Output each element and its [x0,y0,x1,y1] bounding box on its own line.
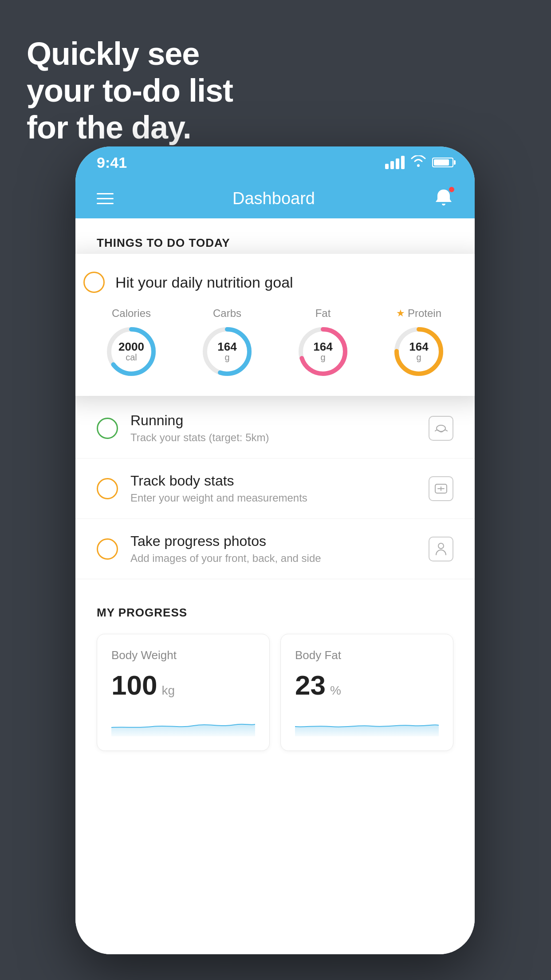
todo-progress-photos[interactable]: Take progress photos Add images of your … [75,519,475,579]
svg-point-8 [437,425,445,431]
nutrition-circles: Calories 2000 cal [83,307,467,378]
hero-line2: your to-do list [27,72,233,109]
nutrition-checkbox[interactable] [83,272,105,293]
nutrition-fat: Fat 164 g [296,307,350,378]
todo-body-stats[interactable]: Track body stats Enter your weight and m… [75,458,475,519]
svg-point-10 [438,543,444,549]
running-checkbox[interactable] [97,418,118,439]
photos-title: Take progress photos [130,533,416,549]
calories-donut: 2000 cal [105,325,158,378]
body-fat-label: Body Fat [295,648,439,662]
body-fat-card[interactable]: Body Fat 23 % [280,634,453,751]
status-bar: 9:41 [75,146,475,178]
notification-button[interactable] [434,188,453,209]
body-stats-subtitle: Enter your weight and measurements [130,492,416,504]
running-icon [429,416,453,441]
header-title: Dashboard [232,189,315,208]
todo-list: Running Track your stats (target: 5km) [75,398,475,579]
hero-line1: Quickly see [27,36,233,72]
body-weight-chart [111,710,255,736]
progress-title: MY PROGRESS [97,606,453,620]
nutrition-calories: Calories 2000 cal [105,307,158,378]
star-icon: ★ [396,308,405,319]
hero-line3: for the day. [27,109,233,146]
protein-donut: 164 g [392,325,445,378]
progress-cards: Body Weight 100 kg [97,634,453,751]
nutrition-card: Hit your daily nutrition goal Calories [75,254,475,396]
scale-icon [429,476,453,501]
fat-donut: 164 g [296,325,350,378]
app-header: Dashboard [75,178,475,218]
nutrition-carbs: Carbs 164 g [201,307,254,378]
body-weight-card[interactable]: Body Weight 100 kg [97,634,270,751]
menu-button[interactable] [97,193,114,204]
body-stats-title: Track body stats [130,473,416,489]
body-weight-label: Body Weight [111,648,255,662]
photos-checkbox[interactable] [97,538,118,560]
carbs-donut: 164 g [201,325,254,378]
body-weight-unit: kg [161,684,175,698]
card-title: Hit your daily nutrition goal [115,274,293,291]
nutrition-protein: ★ Protein 164 g [392,307,445,378]
photos-subtitle: Add images of your front, back, and side [130,552,416,565]
battery-icon [432,158,453,167]
body-weight-value: 100 [111,669,157,701]
wifi-icon [411,155,426,170]
status-icons [385,155,453,170]
body-fat-unit: % [330,684,341,698]
background: Quickly see your to-do list for the day.… [0,0,551,980]
status-time: 9:41 [97,154,127,171]
app-body: THINGS TO DO TODAY Hit your daily nutrit… [75,218,475,954]
phone-shell: 9:41 [75,146,475,954]
card-title-row: Hit your daily nutrition goal [83,272,467,293]
person-icon [429,537,453,561]
todo-running[interactable]: Running Track your stats (target: 5km) [75,398,475,458]
progress-section: MY PROGRESS Body Weight 100 kg [75,588,475,751]
body-fat-value: 23 [295,669,326,701]
body-fat-chart [295,710,439,736]
body-stats-checkbox[interactable] [97,478,118,499]
signal-icon [385,156,405,169]
hero-text: Quickly see your to-do list for the day. [27,36,233,146]
